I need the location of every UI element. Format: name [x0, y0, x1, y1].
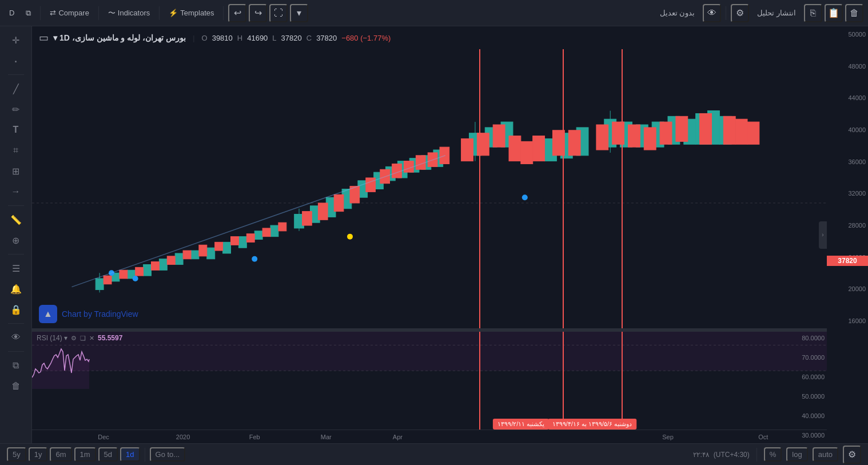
svg-rect-5	[144, 265, 152, 276]
tf-1y[interactable]: 1y	[29, 447, 48, 462]
svg-rect-22	[231, 237, 239, 245]
publish-btn[interactable]: انتشار تحلیل	[751, 6, 802, 19]
tf-1m[interactable]: 1m	[74, 447, 96, 462]
templates-btn[interactable]: ⚡ Templates	[164, 6, 218, 19]
trash-tool[interactable]: 🗑	[7, 377, 25, 395]
svg-rect-24	[262, 228, 270, 237]
chart-settings-btn[interactable]: ⚙	[843, 446, 861, 464]
svg-rect-46	[416, 156, 425, 169]
date-badge-1-text: یکشنبه ۱۳۹۹/۲/۱۱	[497, 420, 544, 427]
h-label: H	[237, 34, 242, 42]
hide-drawings-btn[interactable]: 👁	[703, 4, 721, 22]
percent-btn[interactable]: %	[764, 447, 782, 462]
eye-icon: 👁	[707, 8, 716, 18]
tv-logo: ▲	[39, 305, 57, 323]
svg-rect-76	[628, 125, 640, 147]
sep2	[98, 6, 99, 20]
rsi-30: 30.0000	[788, 432, 825, 439]
bar-style-icon: ⧉	[26, 9, 31, 18]
layers-tool[interactable]: ⧉	[7, 356, 25, 375]
tf-6m[interactable]: 6m	[50, 447, 71, 462]
zoom-tool[interactable]: ⊕	[7, 231, 25, 249]
dot-tool[interactable]: ·	[7, 51, 25, 70]
auto-btn[interactable]: auto	[813, 447, 838, 462]
tf-5y[interactable]: 5y	[7, 447, 26, 462]
arrow-tool[interactable]: →	[7, 182, 25, 201]
ruler-tool[interactable]: 📏	[7, 210, 25, 229]
svg-rect-83	[747, 122, 759, 144]
crosshair-tool[interactable]: ✛	[7, 31, 25, 49]
bookmark-btn[interactable]: 📋	[825, 4, 843, 22]
tf-1d[interactable]: 1d	[120, 447, 140, 462]
symbol-name[interactable]: بورس تهران، لوله و ماشین سازی، 1D ▾	[53, 33, 186, 42]
share-btn[interactable]: ⎘	[804, 4, 822, 22]
price-40000: 40000	[829, 126, 866, 133]
symbol-type-label: D	[9, 9, 14, 17]
expand-arrow[interactable]: ›	[819, 221, 827, 249]
main-chart-area[interactable]	[32, 49, 827, 329]
line-tool[interactable]: ╱	[7, 80, 25, 98]
pencil-tool[interactable]: ✏	[7, 100, 25, 118]
symbol-bar: ▭ بورس تهران، لوله و ماشین سازی، 1D ▾ | …	[32, 26, 868, 49]
svg-rect-42	[366, 178, 376, 192]
node-tool[interactable]: ⌗	[7, 141, 25, 160]
time-2020: 2020	[176, 434, 190, 440]
dropdown-btn[interactable]: ▾	[290, 4, 308, 22]
rsi-resize-handle[interactable]	[32, 328, 827, 332]
svg-rect-14	[103, 276, 112, 284]
date-badge-2: دوشنبه ۱۳۹۹/۵/۶ به ۱۳۹۹/۴/۱۶	[548, 419, 636, 430]
compare-label: Compare	[58, 9, 89, 17]
settings-btn[interactable]: ⚙	[731, 4, 749, 22]
time-axis: Dec 2020 Feb Mar Apr Sep Oct	[32, 430, 827, 443]
sep5	[726, 6, 726, 20]
text-tool[interactable]: T	[7, 121, 25, 139]
price-16000: 16000	[829, 317, 866, 324]
log-btn[interactable]: log	[786, 447, 807, 462]
price-48000: 48000	[829, 63, 866, 70]
goto-btn[interactable]: Go to...	[150, 447, 186, 462]
rsi-close-icon[interactable]: ✕	[89, 335, 94, 342]
svg-rect-15	[120, 270, 128, 279]
lock-tool[interactable]: 🔒	[7, 300, 25, 319]
visibility-tool[interactable]: 👁	[7, 328, 25, 347]
rsi-copy-icon[interactable]: ❑	[80, 335, 86, 342]
alert-tool[interactable]: 🔔	[7, 280, 25, 298]
symbol-type-btn[interactable]: D	[5, 6, 19, 19]
top-toolbar: D ⧉ ⇄ Compare 〜 Indicators ⚡ Templates ↩…	[0, 0, 868, 26]
vertical-line-1	[479, 49, 480, 430]
svg-rect-12	[254, 231, 262, 240]
bar-style-btn[interactable]: ⧉	[21, 6, 35, 20]
toolbar-right: بدون تعدیل 👁 ⚙ انتشار تحلیل ⎘ 📋 🗑	[654, 4, 863, 22]
templates-label: Templates	[180, 9, 214, 17]
svg-rect-10	[223, 242, 231, 253]
watchlist-tool[interactable]: ☰	[7, 259, 25, 277]
svg-rect-74	[596, 125, 608, 150]
rsi-settings-icon[interactable]: ⚙	[71, 335, 77, 342]
vertical-line-3	[622, 49, 623, 430]
tf-5d[interactable]: 5d	[98, 447, 118, 462]
delete-btn[interactable]: 🗑	[845, 4, 863, 22]
fullscreen-btn[interactable]: ⛶	[269, 4, 288, 22]
measure-tool[interactable]: ⊞	[7, 162, 25, 180]
time-feb: Feb	[249, 434, 260, 440]
symbol-icon: ▭	[39, 31, 49, 44]
date-badge-1: یکشنبه ۱۳۹۹/۲/۱۱	[493, 419, 549, 430]
rsi-50: 50.0000	[788, 393, 825, 400]
rsi-label[interactable]: RSI (14) ▾	[37, 334, 67, 342]
svg-rect-23	[246, 234, 254, 243]
no-adjust-btn[interactable]: بدون تعدیل	[654, 6, 701, 19]
sidebar-sep5	[8, 351, 24, 352]
time-dec: Dec	[98, 434, 109, 440]
crosshair-dot-1	[522, 194, 528, 200]
redo-btn[interactable]: ↪	[249, 4, 267, 22]
chart-container[interactable]: ▭ بورس تهران، لوله و ماشین سازی، 1D ▾ | …	[32, 26, 868, 443]
sidebar-sep1	[8, 74, 24, 75]
undo-btn[interactable]: ↩	[228, 4, 246, 22]
h-value: 41690	[247, 34, 268, 42]
svg-rect-17	[152, 262, 160, 271]
svg-rect-8	[191, 251, 199, 259]
indicators-btn[interactable]: 〜 Indicators	[103, 6, 154, 21]
compare-btn[interactable]: ⇄ Compare	[45, 6, 93, 19]
current-price-badge: 37820	[827, 256, 868, 266]
crosshair-dot-3	[133, 276, 138, 281]
